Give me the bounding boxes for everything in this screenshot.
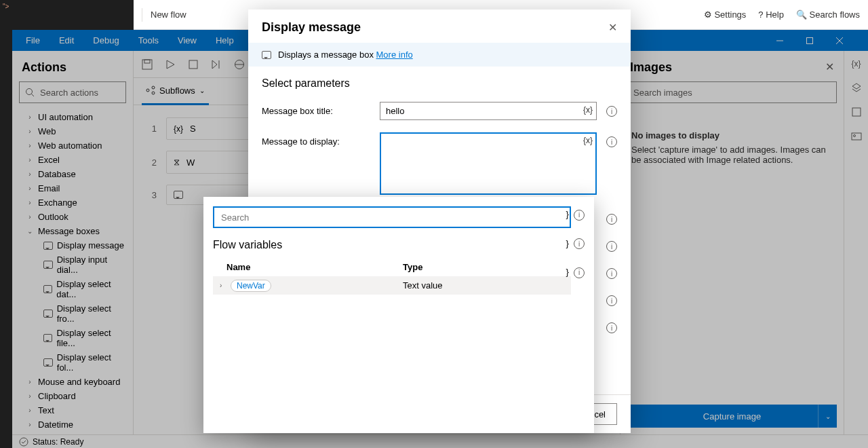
info-icon[interactable]: i — [606, 106, 617, 117]
tree-group[interactable]: ›Clipboard — [12, 389, 133, 403]
label-message-box-title: Message box title: — [262, 102, 370, 116]
search-flows-button[interactable]: 🔍 Search flows — [796, 10, 860, 20]
tree-group[interactable]: ›Database — [12, 167, 133, 181]
message-icon — [43, 358, 53, 367]
save-icon[interactable] — [142, 59, 153, 70]
tree-item-display-message[interactable]: Display message — [12, 238, 133, 253]
svg-marker-18 — [852, 83, 861, 89]
insert-variable-button[interactable]: {x} — [583, 105, 593, 115]
settings-button[interactable]: ⚙ Settings — [704, 10, 747, 20]
message-icon — [43, 261, 53, 269]
message-to-display-input[interactable] — [380, 132, 597, 195]
images-search-input[interactable]: Search images — [627, 81, 837, 103]
info-icon[interactable]: i — [574, 267, 585, 278]
tree-group[interactable]: ›Web automation — [12, 138, 133, 153]
menu-file[interactable]: File — [26, 35, 40, 45]
tree-group[interactable]: ›Mouse and keyboard — [12, 375, 133, 389]
images-title: Images — [627, 58, 837, 81]
variable-name-badge: NewVar — [231, 280, 271, 292]
close-panel-button[interactable]: ✕ — [825, 60, 834, 73]
col-name-header: Name — [226, 262, 403, 272]
variable-type: Text value — [403, 280, 443, 291]
menu-debug[interactable]: Debug — [93, 35, 119, 45]
svg-point-4 — [26, 89, 33, 95]
chevron-right-icon: › — [220, 282, 231, 289]
menu-help[interactable]: Help — [216, 35, 234, 45]
message-icon — [43, 242, 53, 250]
subflows-dropdown[interactable]: Subflows ⌄ — [142, 78, 209, 105]
svg-point-21 — [853, 135, 855, 137]
insert-variable-button[interactable]: {x} — [583, 136, 593, 145]
svg-point-17 — [152, 92, 155, 94]
info-icon[interactable]: i — [606, 136, 617, 147]
status-text: Status: Ready — [33, 437, 83, 447]
variable-search-input[interactable] — [213, 206, 571, 228]
dialog-title: Display message — [262, 20, 361, 35]
layers-icon[interactable] — [851, 82, 862, 93]
step-icon[interactable] — [211, 59, 222, 70]
window-minimize-button[interactable] — [765, 30, 795, 51]
menu-tools[interactable]: Tools — [138, 35, 159, 45]
message-icon — [43, 285, 52, 293]
subflow-icon — [146, 86, 155, 95]
col-type-header: Type — [403, 262, 422, 272]
search-icon — [25, 88, 35, 97]
window-close-button[interactable] — [825, 30, 854, 51]
svg-rect-6 — [142, 60, 152, 69]
more-info-link[interactable]: More info — [376, 50, 413, 60]
tree-group[interactable]: ›Text — [12, 403, 133, 417]
tree-item[interactable]: Display select file... — [12, 326, 133, 350]
tree-item[interactable]: Display select dat... — [12, 277, 133, 301]
images-empty-message: No images to display Select 'capture ima… — [627, 110, 837, 185]
menu-edit[interactable]: Edit — [59, 35, 74, 45]
dialog-close-button[interactable]: ✕ — [608, 21, 617, 34]
tree-group[interactable]: ›Outlook — [12, 210, 133, 224]
info-icon[interactable]: i — [606, 268, 617, 279]
stop-icon[interactable] — [188, 59, 199, 70]
run-icon[interactable] — [165, 59, 176, 70]
tree-item[interactable]: Display input dial... — [12, 253, 133, 277]
info-icon[interactable]: i — [606, 295, 617, 306]
status-bar: Status: Ready — [12, 434, 868, 448]
capture-image-button[interactable]: Capture image ⌄ — [627, 405, 837, 428]
tree-item[interactable]: Display select fol... — [12, 350, 133, 375]
info-icon[interactable]: i — [606, 241, 617, 252]
screenshot-icon[interactable] — [851, 107, 862, 117]
images-panel: ✕ Images Search images No images to disp… — [620, 51, 844, 434]
help-button[interactable]: ? Help — [758, 10, 784, 20]
tree-group-message-boxes[interactable]: ⌄Message boxes — [12, 224, 133, 238]
tree-group[interactable]: ›Email — [12, 181, 133, 195]
image-icon[interactable] — [851, 131, 862, 142]
capture-image-split-button[interactable]: ⌄ — [818, 405, 837, 428]
tree-item[interactable]: Display select fro... — [12, 301, 133, 326]
tree-group[interactable]: ›Exchange — [12, 195, 133, 210]
tree-group[interactable]: ›Excel — [12, 153, 133, 167]
info-icon[interactable]: i — [574, 238, 585, 249]
svg-rect-9 — [189, 60, 197, 69]
window-maximize-button[interactable] — [795, 30, 825, 51]
menu-view[interactable]: View — [178, 35, 197, 45]
svg-point-15 — [146, 89, 149, 92]
svg-rect-7 — [144, 60, 150, 63]
right-rail: {x} — [844, 51, 868, 434]
info-icon[interactable]: i — [606, 322, 617, 333]
web-icon[interactable] — [234, 59, 245, 70]
actions-search-input[interactable]: Search actions — [19, 81, 126, 103]
message-icon — [43, 334, 52, 342]
label-message-to-display: Message to display: — [262, 132, 370, 147]
message-icon — [262, 51, 271, 59]
svg-rect-20 — [852, 133, 861, 140]
svg-point-22 — [20, 438, 28, 446]
tree-group[interactable]: ›Datetime — [12, 417, 133, 428]
svg-point-16 — [152, 86, 155, 89]
variable-row[interactable]: › NewVar Text value — [213, 276, 571, 295]
tree-group[interactable]: ›UI automation — [12, 110, 133, 124]
dialog-info-banner: Displays a message box More info — [248, 43, 631, 67]
new-flow-label[interactable]: New flow — [151, 10, 186, 20]
info-icon[interactable]: i — [574, 210, 585, 221]
tree-group[interactable]: ›Web — [12, 124, 133, 138]
info-icon[interactable]: i — [606, 214, 617, 225]
message-box-title-input[interactable] — [380, 102, 597, 120]
variables-icon[interactable]: {x} — [851, 59, 861, 69]
message-icon — [43, 310, 53, 318]
